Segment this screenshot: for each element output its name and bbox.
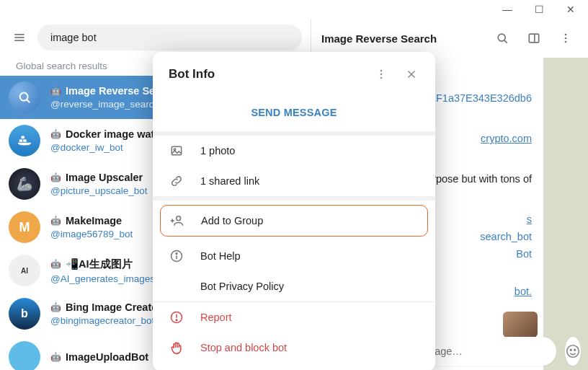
kebab-menu-icon[interactable] <box>369 62 393 87</box>
avatar: 🦾 <box>9 168 40 200</box>
window-titlebar: — ☐ ✕ <box>0 0 588 19</box>
chat-title: MakeImage <box>66 215 122 226</box>
search-icon[interactable] <box>490 26 514 50</box>
svg-point-14 <box>565 41 567 43</box>
alert-icon <box>169 309 184 325</box>
chat-title: Bing Image Creator <box>66 301 162 313</box>
message-link[interactable]: bot. <box>514 286 532 297</box>
avatar <box>9 125 40 157</box>
modal-title: Bot Info <box>164 67 363 82</box>
svg-point-3 <box>20 93 28 101</box>
svg-line-4 <box>27 100 30 102</box>
chat-title: ImageUploadBot <box>66 351 148 363</box>
shared-links-label: 1 shared link <box>200 175 259 187</box>
svg-rect-5 <box>19 139 23 142</box>
message-text: Bot <box>516 248 532 260</box>
hamburger-icon[interactable] <box>9 27 30 48</box>
add-user-icon <box>169 213 185 229</box>
chat-handle: @picture_upscale_bot <box>50 185 148 196</box>
svg-rect-24 <box>172 146 181 155</box>
chat-handle: @AI_generates_images <box>50 273 155 284</box>
bot-badge-icon: 🤖 <box>50 86 61 96</box>
close-icon[interactable] <box>399 62 424 87</box>
svg-point-19 <box>380 70 383 72</box>
chat-handle: @bingimagecreator_bot <box>50 315 162 326</box>
bot-badge-icon: 🤖 <box>50 172 61 182</box>
svg-point-16 <box>570 349 571 351</box>
stop-block-label: Stop and block bot <box>200 342 287 353</box>
svg-point-13 <box>565 38 567 40</box>
message-link[interactable]: crypto.com <box>481 133 532 144</box>
bot-help-label: Bot Help <box>200 250 241 262</box>
window-minimize-icon[interactable]: — <box>500 2 514 17</box>
send-message-button[interactable]: SEND MESSAGE <box>251 97 337 131</box>
side-panel-icon[interactable] <box>522 26 546 50</box>
bot-badge-icon: 🤖 <box>50 302 61 312</box>
svg-point-34 <box>176 320 177 321</box>
report-label: Report <box>200 312 232 323</box>
stop-block-row[interactable]: Stop and block bot <box>153 332 435 363</box>
add-to-group-label: Add to Group <box>201 215 263 226</box>
svg-point-8 <box>498 34 505 41</box>
avatar <box>9 82 40 113</box>
svg-point-17 <box>574 349 575 351</box>
bot-help-row[interactable]: Bot Help <box>153 241 435 271</box>
avatar: AI <box>9 255 40 286</box>
bot-privacy-row[interactable]: . Bot Privacy Policy <box>153 271 435 301</box>
bot-privacy-label: Bot Privacy Policy <box>200 281 284 292</box>
window-close-icon[interactable]: ✕ <box>564 2 578 17</box>
shared-links-row[interactable]: 1 shared link <box>153 166 435 196</box>
message-text: search_bot <box>480 231 532 242</box>
hand-icon <box>169 340 184 356</box>
bot-badge-icon: 🤖 <box>50 352 61 362</box>
avatar <box>9 341 40 370</box>
conversation-title: Image Reverse Search <box>321 32 483 45</box>
report-row[interactable]: Report <box>153 302 435 332</box>
svg-point-31 <box>176 253 177 255</box>
svg-point-15 <box>566 345 579 358</box>
kebab-menu-icon[interactable] <box>553 26 578 50</box>
chat-handle: @image56789_bot <box>50 229 133 239</box>
avatar: b <box>9 298 40 330</box>
bot-info-modal: Bot Info SEND MESSAGE 1 photo 1 shared l… <box>153 52 435 370</box>
chat-title: Image Upscaler <box>66 172 143 183</box>
bot-badge-icon: 🤖 <box>50 216 61 226</box>
shared-photos-label: 1 photo <box>200 145 235 157</box>
svg-point-21 <box>380 77 383 79</box>
svg-rect-7 <box>21 136 24 139</box>
svg-point-26 <box>177 216 181 221</box>
search-input[interactable] <box>37 25 302 50</box>
link-icon <box>169 173 184 189</box>
message-text: 1F1a37E343E326db6 <box>430 92 532 104</box>
svg-point-12 <box>565 34 567 36</box>
message-link[interactable]: s <box>527 213 532 225</box>
bot-badge-icon: 🤖 <box>50 259 61 269</box>
svg-point-20 <box>380 74 383 76</box>
bot-badge-icon: 🤖 <box>50 129 61 139</box>
avatar: M <box>9 211 40 243</box>
message-thumbnail[interactable] <box>503 312 538 338</box>
svg-rect-6 <box>23 139 27 142</box>
info-icon <box>169 248 184 264</box>
chat-title: 📲AI生成图片 <box>66 257 133 271</box>
window-maximize-icon[interactable]: ☐ <box>532 2 546 17</box>
emoji-icon[interactable] <box>565 337 581 366</box>
shared-photos-row[interactable]: 1 photo <box>153 136 435 166</box>
photo-icon <box>169 143 184 159</box>
svg-line-9 <box>504 40 507 43</box>
add-to-group-row[interactable]: Add to Group <box>160 205 428 237</box>
